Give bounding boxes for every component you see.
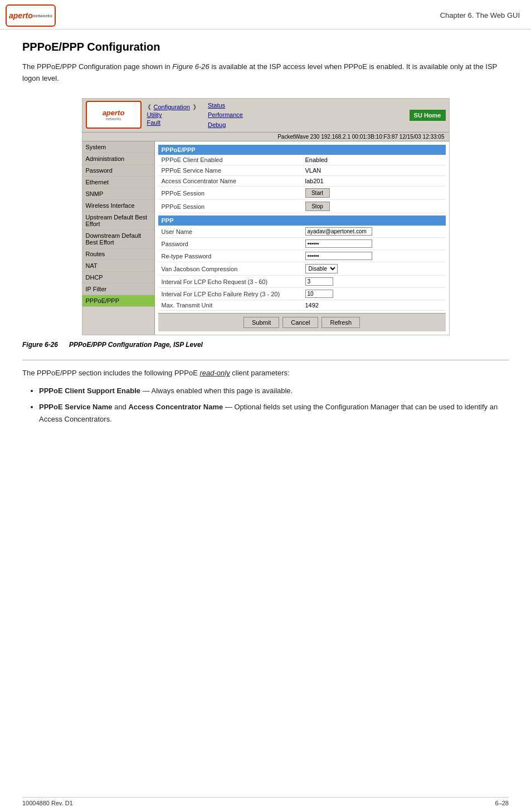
webgui-mockup: aperto networks ❰ Configuration ❱ Utilit…	[82, 99, 449, 335]
sidebar-item-downstream[interactable]: Downstream Default Best Effort	[82, 230, 154, 248]
ppp-form-table: User Name Password Re-type Password	[158, 226, 446, 311]
gui-nav-row-utility: Utility	[147, 111, 197, 118]
list-item: PPPoE Client Support Enable — Always ena…	[39, 385, 509, 397]
sidebar-item-ipfilter[interactable]: IP Filter	[82, 283, 154, 295]
submit-button[interactable]: Submit	[243, 317, 279, 328]
sidebar-item-nat[interactable]: NAT	[82, 260, 154, 272]
bullet1-rest: — Always enabled when this page is avail…	[143, 387, 293, 395]
field-label: Re-type Password	[158, 250, 302, 262]
compression-select[interactable]: Disable Enable	[305, 264, 338, 273]
field-label: Interval For LCP Echo Request (3 - 60)	[158, 276, 302, 288]
nav-arrow-right: ❱	[192, 104, 197, 110]
table-row: Interval For LCP Echo Failure Retry (3 -…	[158, 288, 446, 300]
figure-caption-label: Figure 6-26	[22, 341, 58, 349]
device-info-bar: PacketWave 230 192.168.2.1 00:01:3B:10:F…	[82, 133, 449, 141]
ppp-section-bar: PPP	[158, 216, 446, 226]
table-row: PPPoE Client Enabled Enabled	[158, 155, 446, 165]
sidebar-item-snmp[interactable]: SNMP	[82, 188, 154, 200]
field-label: Van Jacobson Compression	[158, 262, 302, 276]
lower-intro-end: client parameters:	[230, 369, 290, 377]
bullet2-bold1: PPPoE Service Name	[39, 403, 113, 411]
sidebar-item-system[interactable]: System	[82, 141, 154, 153]
password-input[interactable]	[305, 239, 372, 248]
aperto-logo: aperto networks	[6, 4, 56, 27]
table-row: Interval For LCP Echo Request (3 - 60)	[158, 276, 446, 288]
sidebar-item-routes[interactable]: Routes	[82, 248, 154, 260]
gui-content: PPPoE/PPP PPPoE Client Enabled Enabled P…	[155, 141, 449, 335]
pppoe-section-bar: PPPoE/PPP	[158, 145, 446, 155]
gui-logo: aperto networks	[86, 101, 142, 129]
sidebar-item-password[interactable]: Password	[82, 165, 154, 177]
intro-part1: The PPPoE/PPP Configuration page shown i…	[22, 62, 172, 71]
logo-area: aperto networks	[6, 4, 56, 27]
field-label: PPPoE Session	[158, 200, 302, 213]
figure-caption-spacer	[60, 341, 67, 349]
nav-utility-link[interactable]: Utility	[147, 111, 162, 118]
device-info-text: PacketWave 230 192.168.2.1 00:01:3B:10:F…	[277, 134, 444, 140]
username-input[interactable]	[305, 227, 372, 236]
refresh-button[interactable]: Refresh	[321, 317, 360, 328]
nav-config-link[interactable]: Configuration	[154, 104, 190, 110]
field-value: 1492	[302, 300, 446, 311]
footer-left: 10004880 Rev. D1	[22, 800, 73, 806]
debug-link[interactable]: Debug	[208, 120, 243, 130]
logo-sub: networks	[33, 13, 52, 18]
page-header: aperto networks Chapter 6. The Web GUI	[0, 0, 531, 30]
table-row: PPPoE Session Stop	[158, 200, 446, 213]
figure-container: aperto networks ❰ Configuration ❱ Utilit…	[82, 98, 450, 336]
field-value	[302, 250, 446, 262]
bullet-list: PPPoE Client Support Enable — Always ena…	[22, 385, 509, 425]
retype-password-input[interactable]	[305, 252, 372, 260]
lcp-echo-retry-input[interactable]	[305, 290, 333, 298]
field-label: PPPoE Service Name	[158, 165, 302, 176]
field-value: lab201	[302, 176, 446, 187]
gui-status-links: Status Performance Debug	[208, 101, 243, 130]
lcp-echo-request-input[interactable]	[305, 277, 333, 286]
table-row: PPPoE Session Start	[158, 187, 446, 200]
field-value: Start	[302, 187, 446, 200]
field-value: Enabled	[302, 155, 446, 165]
section-divider	[22, 360, 509, 360]
sidebar-item-ethernet[interactable]: Ethernet	[82, 177, 154, 188]
field-value: Disable Enable	[302, 262, 446, 276]
table-row: Password	[158, 238, 446, 250]
page-body: PPPoE/PPP Configuration The PPPoE/PPP Co…	[0, 30, 531, 440]
sidebar-item-pppoe[interactable]: PPPoE/PPP	[82, 295, 154, 307]
status-link[interactable]: Status	[208, 101, 243, 111]
nav-fault-link[interactable]: Fault	[147, 119, 160, 126]
bottom-buttons: Submit Cancel Refresh	[158, 313, 446, 331]
gui-sidebar: System Administration Password Ethernet …	[82, 141, 155, 335]
field-label: Max. Transmit Unit	[158, 300, 302, 311]
footer-right: 6–28	[495, 800, 509, 806]
field-label: User Name	[158, 226, 302, 238]
sidebar-item-administration[interactable]: Administration	[82, 153, 154, 165]
gui-logo-sub: networks	[105, 117, 121, 121]
nav-arrow-left: ❰	[147, 104, 152, 110]
section-heading: PPPoE/PPP Configuration	[22, 41, 509, 53]
table-row: Max. Transmit Unit 1492	[158, 300, 446, 311]
gui-main: System Administration Password Ethernet …	[82, 141, 449, 335]
field-label: PPPoE Client Enabled	[158, 155, 302, 165]
performance-link[interactable]: Performance	[208, 110, 243, 120]
stop-button[interactable]: Stop	[305, 202, 330, 211]
sidebar-item-dhcp[interactable]: DHCP	[82, 272, 154, 283]
sidebar-item-wireless-interface[interactable]: Wireless Interface	[82, 200, 154, 212]
table-row: Van Jacobson Compression Disable Enable	[158, 262, 446, 276]
table-row: Re-type Password	[158, 250, 446, 262]
list-item: PPPoE Service Name and Access Concentrat…	[39, 401, 509, 425]
bullet1-bold: PPPoE Client Support Enable	[39, 387, 140, 395]
cancel-button[interactable]: Cancel	[282, 317, 318, 328]
start-button[interactable]: Start	[305, 188, 330, 198]
lower-intro: The PPPoE/PPP section includes the follo…	[22, 369, 199, 377]
field-label: Access Concentrator Name	[158, 176, 302, 187]
field-label: PPPoE Session	[158, 187, 302, 200]
gui-nav-row-config: ❰ Configuration ❱	[147, 104, 197, 110]
table-row: PPPoE Service Name VLAN	[158, 165, 446, 176]
suhome-button[interactable]: SU Home	[410, 110, 446, 121]
lower-text-intro: The PPPoE/PPP section includes the follo…	[22, 367, 509, 379]
bullet2-mid: and	[114, 403, 128, 411]
field-value: VLAN	[302, 165, 446, 176]
sidebar-item-upstream[interactable]: Upstream Default Best Effort	[82, 212, 154, 230]
gui-logo-text: aperto	[103, 109, 125, 117]
bullet2-bold2: Access Concentrator Name	[128, 403, 223, 411]
